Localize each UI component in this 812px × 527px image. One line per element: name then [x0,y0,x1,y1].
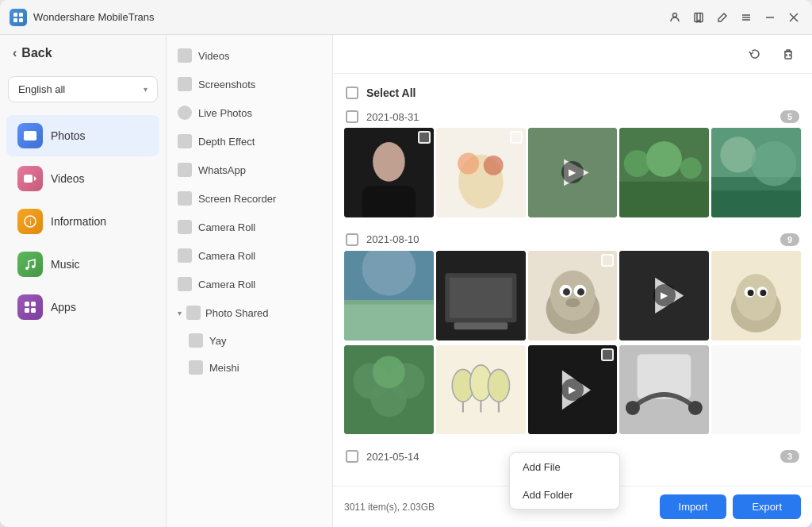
date-group-1: 2021-08-31 5 [344,104,801,217]
photo-cell-totoro2[interactable] [711,251,801,340]
count-badge-1: 5 [780,110,799,123]
photo-cell[interactable] [344,251,434,340]
photo-cell-dark[interactable]: ▶ [619,251,709,340]
meishi-icon [189,360,203,375]
photo-checkbox[interactable] [418,131,431,144]
svg-rect-29 [362,186,416,217]
live-photos-icon [178,106,192,120]
apps-icon [17,294,43,320]
back-label: Back [21,46,52,60]
whatsapp-icon [178,163,192,177]
add-file-menu-item[interactable]: Add File [510,453,619,481]
photo-cell-cable[interactable] [619,345,709,435]
select-all-label: Select All [366,87,416,99]
bookmark-icon[interactable] [690,9,707,26]
close-button[interactable] [785,9,802,26]
photo-cell-video[interactable]: ▶ [528,128,618,217]
count-badge-2: 9 [780,233,799,246]
svg-point-61 [577,288,584,295]
photo-cell-empty[interactable] [711,345,801,435]
edit-icon[interactable] [714,9,731,26]
sidebar-item-apps[interactable]: Apps [6,287,159,328]
date-checkbox-3[interactable] [346,450,358,463]
middle-screen-recorder-label: Screen Recorder [198,193,276,205]
dark2-checkbox[interactable] [601,348,614,361]
count-badge-3: 3 [780,450,799,463]
sidebar-item-information[interactable]: i Information [6,201,159,242]
date-checkbox-1[interactable] [346,110,358,123]
export-button[interactable]: Export [733,494,801,519]
sidebar-videos-label: Videos [51,172,85,185]
content-toolbar [333,35,812,74]
sidebar-apps-label: Apps [51,301,76,314]
middle-item-videos[interactable]: Videos [167,41,332,70]
sidebar-item-videos[interactable]: Videos [6,158,159,199]
svg-point-18 [25,267,29,270]
middle-item-screen-recorder[interactable]: Screen Recorder [167,184,332,213]
back-button[interactable]: ‹ Back [0,35,166,71]
photo-cell-clover[interactable] [344,345,434,435]
import-button[interactable]: Import [660,494,727,519]
middle-item-meishi[interactable]: Meishi [167,354,332,381]
svg-point-71 [760,290,767,296]
photo-grid-2: ▶ [344,251,801,340]
undo-button[interactable] [742,41,768,67]
photo-select-checkbox[interactable] [510,131,523,144]
photo-cell[interactable] [619,128,709,217]
svg-point-44 [720,137,756,172]
photo-cell-dark2[interactable]: ▶ [528,345,618,435]
middle-item-depth-effect[interactable]: Depth Effect [167,127,332,156]
minimize-button[interactable] [761,9,779,26]
middle-item-camera-roll-2[interactable]: Camera Roll [167,241,332,270]
delete-button[interactable] [776,41,801,67]
middle-item-yay[interactable]: Yay [167,327,332,354]
middle-meishi-label: Meishi [209,362,239,374]
sidebar-item-music[interactable]: Music [6,244,159,285]
content-scroll[interactable]: Select All 2021-08-31 5 [333,74,812,486]
user-icon[interactable] [666,9,684,26]
language-dropdown[interactable]: English all ▾ [8,76,158,102]
camera-roll-1-icon [178,220,192,234]
screenshots-icon [178,77,192,91]
sidebar-music-label: Music [51,258,80,271]
play-icon: ▶ [561,379,584,401]
photos-icon [17,123,43,148]
photo-cell[interactable] [344,128,434,217]
middle-item-camera-roll-3[interactable]: Camera Roll [167,270,332,298]
videos-type-icon [178,48,192,63]
middle-item-camera-roll-1[interactable]: Camera Roll [167,213,332,241]
svg-rect-24 [785,52,791,59]
photo-cell-bulb[interactable] [436,345,526,435]
middle-item-screenshots[interactable]: Screenshots [167,70,332,98]
middle-camera-roll-1-label: Camera Roll [198,221,255,233]
photo-cell[interactable] [436,251,526,340]
sidebar-photos-label: Photos [51,129,86,142]
yay-icon [189,333,203,348]
middle-whatsapp-label: WhatsApp [198,164,246,176]
photo-cell-totoro[interactable] [528,251,618,340]
middle-item-live-photos[interactable]: Live Photos [167,98,332,127]
middle-item-whatsapp[interactable]: WhatsApp [167,156,332,184]
sidebar: ‹ Back English all ▾ Photos [0,35,167,527]
add-folder-menu-item[interactable]: Add Folder [510,481,619,509]
sidebar-item-photos[interactable]: Photos [6,115,159,156]
svg-point-28 [373,142,405,182]
svg-point-45 [752,141,796,186]
photo-cell[interactable] [711,128,801,217]
camera-roll-3-icon [178,277,192,291]
app-title: Wondershare MobileTrans [33,11,666,23]
photo-cell[interactable] [436,128,526,217]
svg-rect-23 [31,308,36,313]
date-checkbox-2[interactable] [346,233,358,246]
totoro-checkbox[interactable] [601,254,614,267]
select-all-checkbox[interactable] [346,87,358,99]
photo-shared-section[interactable]: ▾ Photo Shared [167,298,332,327]
svg-rect-49 [344,304,434,340]
svg-marker-15 [34,176,36,181]
menu-icon[interactable] [737,9,755,26]
middle-yay-label: Yay [209,335,226,347]
date-row-1: 2021-08-31 5 [344,104,801,128]
info-icon: i [17,209,43,234]
dropdown-label: English all [18,83,65,95]
svg-point-39 [624,150,651,177]
